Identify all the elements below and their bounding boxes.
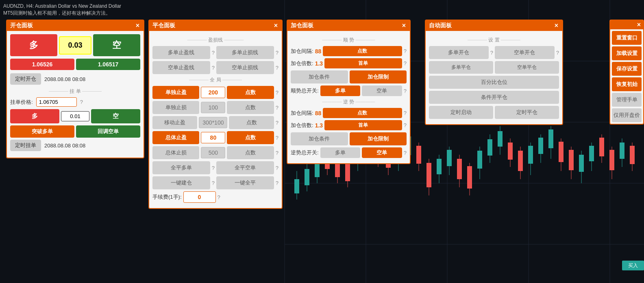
reverse-sell-switch[interactable]: 空单 (362, 147, 402, 158)
close-sell-q[interactable]: ? (276, 165, 278, 171)
reverse-switch-row: 逆势总开关: 多单 空单 ? (291, 147, 407, 158)
unit-total-tp-button[interactable]: 点数 (227, 131, 274, 144)
total-sl-q[interactable]: ? (276, 150, 278, 156)
buy-price: 1.06526 (10, 59, 74, 70)
trend-multiplier-q[interactable]: ? (404, 60, 407, 66)
auto-buy-close[interactable]: 多单平仓 (429, 61, 493, 74)
one-close-button[interactable]: 一键全平 (216, 176, 274, 189)
trend-multiplier-unit[interactable]: 首单 (324, 58, 402, 68)
total-sl-row: 总体止损 500 点数 ? (152, 146, 278, 159)
move-sl-q[interactable]: ? (276, 120, 278, 126)
sell-sl-q[interactable]: ? (276, 65, 278, 71)
total-sl-value: 500 (201, 147, 225, 158)
panel-close-close[interactable]: × (273, 22, 278, 29)
one-open-q[interactable]: ? (212, 180, 215, 186)
total-tp-q[interactable]: ? (276, 135, 278, 141)
auto-sell-open[interactable]: 空单开仓 (495, 46, 555, 59)
sell-tp-q[interactable]: ? (212, 65, 215, 71)
unit-move-button[interactable]: 点数 (229, 116, 274, 129)
single-sl-button[interactable]: 单独止损 (152, 101, 199, 114)
buy-big-button[interactable]: 多 (10, 34, 57, 56)
load-settings-button[interactable]: 加载设置 (612, 46, 642, 60)
panel-close-title: 平仓面板 (152, 22, 175, 29)
single-sl-q[interactable]: ? (276, 105, 278, 111)
reverse-multiplier-unit[interactable]: 首单 (324, 120, 402, 130)
trend-switch-q[interactable]: ? (404, 88, 407, 94)
reverse-switch-q[interactable]: ? (404, 150, 407, 156)
trend-interval-unit[interactable]: 点数 (323, 46, 402, 56)
reset-window-button[interactable]: 重置窗口 (612, 31, 642, 45)
total-sl-button[interactable]: 总体止损 (152, 146, 199, 159)
reverse-interval-q[interactable]: ? (404, 110, 407, 116)
svg-rect-41 (447, 150, 452, 166)
pending-price-input[interactable] (36, 97, 77, 107)
auto-timer-start[interactable]: 定时启动 (429, 106, 493, 119)
auto-cond-close[interactable]: 条件开平仓 (429, 91, 559, 104)
reverse-multiplier-q[interactable]: ? (404, 122, 407, 128)
close-buy-button[interactable]: 全平多单 (152, 161, 210, 174)
reverse-interval-unit[interactable]: 点数 (323, 108, 402, 118)
timer-open-button[interactable]: 定时开仓 (10, 73, 41, 85)
svg-rect-67 (579, 155, 584, 172)
reverse-cond-button[interactable]: 加仓条件 (291, 132, 348, 145)
unit-total-sl-button[interactable]: 点数 (227, 146, 274, 159)
pending-sell-button[interactable]: 空 (91, 109, 140, 123)
auto-sell-close[interactable]: 空单平仓 (495, 61, 559, 74)
trend-limit-button[interactable]: 加仓限制 (350, 70, 407, 83)
reverse-buy-switch[interactable]: 多单 (320, 147, 361, 158)
close-buy-q[interactable]: ? (212, 165, 215, 171)
auto-sell-open-q[interactable]: ? (556, 50, 559, 56)
total-tp-button[interactable]: 总体止盈 (152, 131, 199, 144)
move-sl-button[interactable]: 移动止盈 (152, 116, 197, 129)
timer-pending-button[interactable]: 定时挂单 (10, 140, 41, 151)
pending-buy-button[interactable]: 多 (10, 109, 59, 123)
auto-percent-pos[interactable]: 百分比仓位 (429, 76, 559, 89)
unit-tp-button[interactable]: 点数 (227, 86, 274, 99)
svg-rect-53 (508, 143, 513, 160)
panel-auto-close[interactable]: × (554, 22, 559, 29)
pending-type-row: 突破多单 回调空单 (10, 125, 140, 138)
trend-buy-switch[interactable]: 多单 (320, 86, 361, 96)
one-open-button[interactable]: 一键建仓 (152, 176, 210, 189)
open-price-only-button[interactable]: 仅用开盘价 (612, 108, 642, 122)
one-close-q[interactable]: ? (276, 180, 278, 186)
trend-cond-button[interactable]: 加仓条件 (291, 70, 348, 83)
fee-label: 手续费(1手): (152, 193, 182, 201)
sell-big-button[interactable]: 空 (93, 34, 140, 56)
move-sl-value: 300*100 (199, 117, 227, 128)
single-tp-button[interactable]: 单独止盈 (152, 86, 199, 99)
svg-rect-75 (620, 143, 624, 159)
unit-sl-button[interactable]: 点数 (227, 101, 274, 114)
pending-lot-input[interactable] (61, 111, 89, 121)
break-buy-button[interactable]: 突破多单 (10, 125, 74, 138)
buy-sl-q[interactable]: ? (276, 50, 278, 56)
svg-rect-55 (518, 151, 523, 171)
single-tp-q[interactable]: ? (276, 90, 278, 96)
pending-price-q[interactable]: ? (80, 99, 83, 105)
buy-sl-button[interactable]: 多单止损线 (216, 46, 274, 59)
panel-right-close[interactable]: × (636, 21, 642, 29)
fee-q[interactable]: ? (218, 194, 220, 200)
buy-tp-button[interactable]: 多单止盈线 (152, 46, 210, 59)
lot-input[interactable] (59, 36, 91, 55)
sell-tp-button[interactable]: 空单止盈线 (152, 61, 210, 74)
panel-open-title: 开仓面板 (10, 22, 33, 29)
auto-buy-open[interactable]: 多单开仓 (429, 46, 489, 59)
section-trend: 顺 势 (291, 37, 407, 44)
manage-manual-button[interactable]: 管理手单 (612, 93, 642, 107)
panel-add-close[interactable]: × (401, 22, 407, 29)
pending-price-label: 挂单价格: (10, 99, 33, 106)
auto-timer-close[interactable]: 定时平仓 (495, 106, 559, 119)
close-sell-button[interactable]: 全平空单 (216, 161, 274, 174)
auto-buy-open-q[interactable]: ? (490, 50, 493, 56)
trend-sell-switch[interactable]: 空单 (362, 86, 402, 96)
trend-interval-q[interactable]: ? (404, 48, 407, 54)
restore-button[interactable]: 恢复初始 (612, 77, 642, 91)
save-settings-button[interactable]: 保存设置 (612, 62, 642, 76)
panel-open-close[interactable]: × (135, 22, 140, 29)
buy-tp-q[interactable]: ? (212, 50, 215, 56)
reverse-limit-button[interactable]: 加仓限制 (350, 132, 407, 145)
timer-open-value: 2088.08.08 08:08 (44, 76, 85, 82)
pullback-sell-button[interactable]: 回调空单 (76, 125, 140, 138)
sell-sl-button[interactable]: 空单止损线 (216, 61, 274, 74)
